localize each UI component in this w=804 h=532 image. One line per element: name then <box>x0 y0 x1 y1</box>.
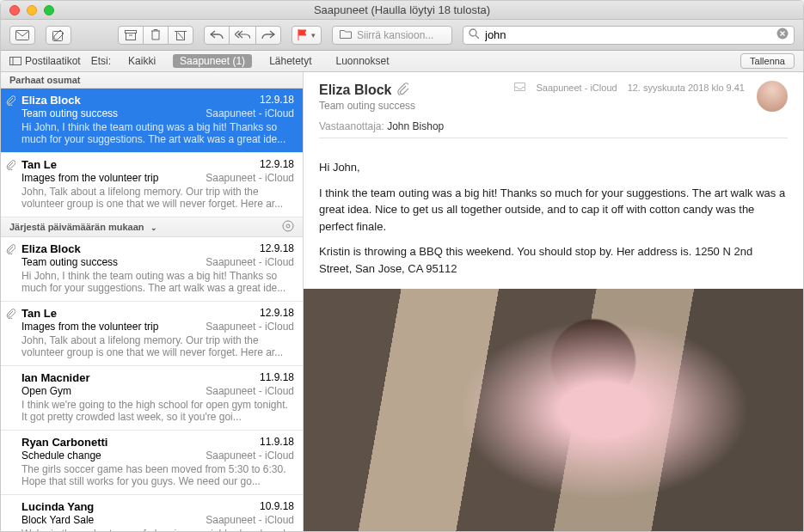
mailboxes-icon <box>9 57 21 65</box>
mailbox-label: Saapuneet - iCloud <box>206 172 294 184</box>
date-label: 11.9.18 <box>260 371 294 384</box>
sender-label: Ian Macnider <box>21 371 89 384</box>
message-row[interactable]: Tan Le12.9.18Images from the volunteer t… <box>1 302 303 366</box>
reader-mailbox: Saapuneet - iCloud <box>536 83 617 93</box>
svg-point-13 <box>283 221 293 231</box>
mailbox-label: Saapuneet - iCloud <box>206 449 294 462</box>
mailbox-label: Saapuneet - iCloud <box>206 385 294 397</box>
move-to-folder-select[interactable]: Siirrä kansioon... <box>332 26 452 45</box>
compose-button[interactable] <box>46 26 71 45</box>
mail-window: Saapuneet (Haulla löytyi 18 tulosta) ▾ S… <box>0 0 804 532</box>
attachment-icon <box>396 83 408 98</box>
scope-drafts[interactable]: Luonnokset <box>329 54 396 68</box>
reply-group <box>204 26 281 45</box>
envelope-icon <box>15 30 29 40</box>
message-row[interactable]: Ian Macnider11.9.18Open GymSaapuneet - i… <box>1 366 303 431</box>
sender-label: Ryan Carbonetti <box>21 436 107 449</box>
message-row[interactable]: Eliza Block12.9.18Team outing successSaa… <box>1 89 303 153</box>
subject-label: Open Gym <box>21 385 71 397</box>
delete-group <box>118 26 193 45</box>
search-scope-label: Etsi: <box>91 55 111 67</box>
reader-body: Hi John, I think the team outing was a b… <box>304 147 803 285</box>
subject-label: Block Yard Sale <box>21 514 94 526</box>
search-filter-bar: Postilaatikot Etsi: Kaikki Saapuneet (1)… <box>1 51 803 72</box>
reply-all-button[interactable] <box>229 26 256 45</box>
reader-recipients: Vastaanottaja: John Bishop <box>319 120 788 132</box>
sender-label: Eliza Block <box>21 242 81 255</box>
mailbox-label: Saapuneet - iCloud <box>206 514 294 526</box>
body-paragraph: Kristin is throwing a BBQ this weekend. … <box>319 243 788 277</box>
body-paragraph: I think the team outing was a big hit! T… <box>319 185 788 235</box>
forward-icon <box>261 30 275 40</box>
search-field[interactable] <box>463 26 795 45</box>
svg-point-14 <box>286 224 290 228</box>
subject-label: Images from the volunteer trip <box>21 321 158 333</box>
archive-button[interactable] <box>118 26 144 45</box>
forward-button[interactable] <box>255 26 281 45</box>
flag-icon <box>298 29 308 40</box>
reader-subject: Team outing success <box>319 100 788 112</box>
subject-label: Schedule change <box>21 449 101 462</box>
svg-rect-3 <box>126 33 136 40</box>
svg-line-9 <box>476 35 479 39</box>
message-reader: Eliza Block Saapuneet - iCloud 12. syysk… <box>304 72 803 531</box>
scope-all[interactable]: Kaikki <box>121 54 163 68</box>
date-label: 10.9.18 <box>260 500 294 513</box>
content-area: Parhaat osumat Eliza Block12.9.18Team ou… <box>1 72 803 531</box>
sort-options-button[interactable] <box>282 220 294 234</box>
sender-label: Lucinda Yang <box>21 500 94 513</box>
scope-sent[interactable]: Lähetetyt <box>262 54 318 68</box>
reply-icon <box>210 30 224 40</box>
preview-text: John, Talk about a lifelong memory. Our … <box>21 186 294 210</box>
junk-button[interactable] <box>168 26 193 45</box>
preview-text: John, Talk about a lifelong memory. Our … <box>21 334 294 358</box>
clear-search-button[interactable] <box>776 28 789 42</box>
reply-all-icon <box>235 30 250 40</box>
preview-text: Hi John, I think the team outing was a b… <box>21 121 294 145</box>
sender-label: Tan Le <box>21 158 57 171</box>
attachment-icon <box>6 160 15 173</box>
mailbox-label: Saapuneet - iCloud <box>206 321 294 333</box>
message-row[interactable]: Ryan Carbonetti11.9.18Schedule changeSaa… <box>1 431 303 495</box>
date-label: 11.9.18 <box>260 436 294 449</box>
date-label: 12.9.18 <box>260 242 294 255</box>
preview-text: Hi John, I think the team outing was a b… <box>21 270 294 294</box>
sort-label: Järjestä päivämäärän mukaan <box>9 222 144 232</box>
section-sort[interactable]: Järjestä päivämäärän mukaan ⌄ <box>1 217 303 237</box>
toolbar: ▾ Siirrä kansioon... <box>1 20 803 51</box>
message-row[interactable]: Eliza Block12.9.18Team outing successSaa… <box>1 237 303 302</box>
attachment-icon <box>6 309 15 321</box>
subject-label: Team outing success <box>21 256 118 268</box>
titlebar: Saapuneet (Haulla löytyi 18 tulosta) <box>1 1 803 20</box>
message-row[interactable]: Tan Le12.9.18Images from the volunteer t… <box>1 153 303 217</box>
reader-inbox-icon <box>514 83 525 93</box>
message-row[interactable]: Lucinda Yang10.9.18Block Yard SaleSaapun… <box>1 495 303 531</box>
preview-text: I think we're going to the high school f… <box>21 399 294 423</box>
svg-point-8 <box>470 29 476 36</box>
mailbox-label: Saapuneet - iCloud <box>206 107 294 119</box>
junk-icon <box>175 29 187 40</box>
reader-to-value: John Bishop <box>387 120 444 132</box>
get-mail-button[interactable] <box>9 26 35 45</box>
reply-button[interactable] <box>204 26 230 45</box>
preview-text: The girls soccer game has been moved fro… <box>21 463 294 487</box>
search-icon <box>469 28 480 42</box>
mailboxes-toggle[interactable]: Postilaatikot <box>9 55 81 67</box>
scope-inbox[interactable]: Saapuneet (1) <box>173 54 252 68</box>
save-search-button[interactable]: Tallenna <box>740 53 795 69</box>
chevron-down-icon: ⌄ <box>150 223 157 232</box>
sender-label: Eliza Block <box>21 94 81 107</box>
flag-button[interactable]: ▾ <box>292 26 322 45</box>
message-list[interactable]: Parhaat osumat Eliza Block12.9.18Team ou… <box>1 72 304 531</box>
attachment-icon <box>6 244 15 257</box>
attachment-image <box>304 289 803 531</box>
date-label: 12.9.18 <box>260 307 294 320</box>
svg-rect-11 <box>10 58 21 65</box>
subject-label: Team outing success <box>21 107 118 119</box>
delete-button[interactable] <box>143 26 169 45</box>
search-input[interactable] <box>485 28 771 41</box>
section-top-hits-label: Parhaat osumat <box>9 75 81 85</box>
preview-text: We're in the early stages of planning a … <box>21 528 294 531</box>
body-paragraph: Hi John, <box>319 159 788 176</box>
date-label: 12.9.18 <box>260 94 294 107</box>
